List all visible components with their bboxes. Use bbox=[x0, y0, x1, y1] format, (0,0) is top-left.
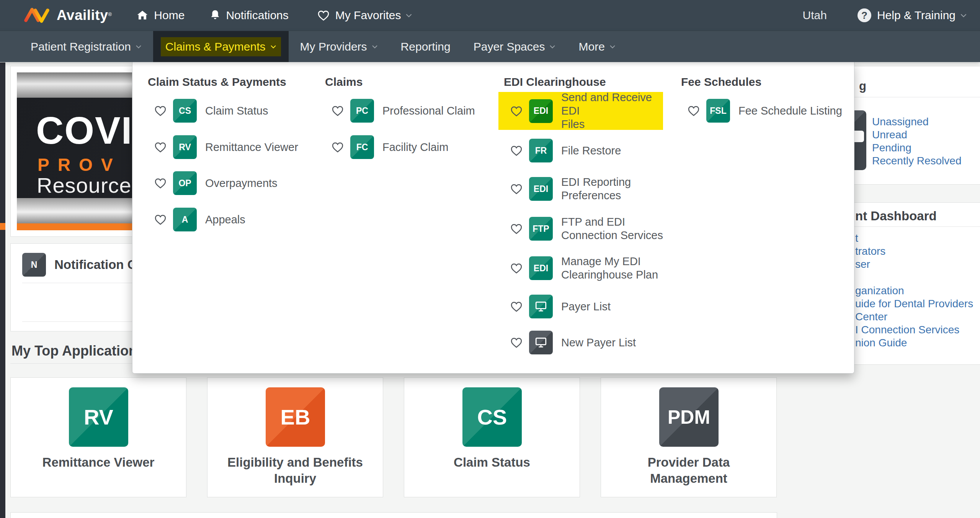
menu-item-label: Fee Schedule Listing bbox=[738, 104, 842, 118]
dashboard-link[interactable]: Center bbox=[855, 310, 973, 323]
favorite-heart-icon[interactable] bbox=[510, 337, 523, 348]
dashboard-link[interactable]: trators bbox=[855, 245, 885, 258]
tab-label: Reporting bbox=[401, 40, 451, 53]
menu-item-label: Manage My EDI Clearinghouse Plan bbox=[561, 255, 658, 282]
app-card-label: Remittance Viewer bbox=[18, 454, 178, 470]
menu-item-new-payer-list[interactable]: New Payer List bbox=[504, 331, 636, 354]
tab-claims-and-payments[interactable]: Claims & Payments bbox=[153, 31, 289, 62]
menu-item-overpayments[interactable]: OP Overpayments bbox=[148, 171, 278, 195]
favorite-heart-icon[interactable] bbox=[154, 214, 167, 225]
my-top-applications-title: My Top Applications bbox=[11, 343, 145, 359]
main-navigation-bar: Patient Registration Claims & Payments M… bbox=[0, 31, 980, 62]
favorite-heart-icon[interactable] bbox=[510, 105, 523, 117]
top-navigation-bar: Availity® Home Notifications My Favorite… bbox=[0, 0, 980, 31]
eligibility-benefits-tile: EB bbox=[266, 387, 325, 447]
tab-patient-registration[interactable]: Patient Registration bbox=[19, 31, 153, 62]
menu-item-remittance-viewer[interactable]: RV Remittance Viewer bbox=[148, 135, 298, 159]
availity-portal: COVI PROV Resource N Notification Cent M… bbox=[0, 0, 980, 518]
menu-item-payer-list[interactable]: Payer List bbox=[504, 295, 611, 318]
app-tile: PC bbox=[350, 99, 374, 123]
favorite-heart-icon[interactable] bbox=[154, 105, 167, 116]
registered-mark: ® bbox=[108, 11, 112, 17]
app-tile: OP bbox=[173, 171, 197, 195]
dashboard-link[interactable]: t bbox=[855, 232, 885, 245]
availity-logo-mark bbox=[22, 5, 51, 26]
banner-title: COVI bbox=[36, 108, 132, 152]
app-card-remittance-viewer[interactable]: RV Remittance Viewer bbox=[10, 377, 186, 497]
chevron-down-icon bbox=[549, 45, 555, 49]
menu-item-manage-my-edi-clearinghouse-plan[interactable]: EDI Manage My EDI Clearinghouse Plan bbox=[504, 256, 658, 280]
link-recently-resolved[interactable]: Recently Resolved bbox=[872, 154, 961, 167]
tab-reporting[interactable]: Reporting bbox=[389, 31, 462, 62]
help-and-training[interactable]: ? Help & Training bbox=[858, 8, 967, 22]
menu-item-professional-claim[interactable]: PC Professional Claim bbox=[325, 99, 475, 123]
app-card-label: Eligibility and Benefits Inquiry bbox=[215, 454, 375, 487]
notification-tile-abbr: N bbox=[31, 260, 38, 270]
menu-item-label: New Payer List bbox=[561, 336, 636, 349]
heart-icon bbox=[317, 10, 330, 21]
menu-item-facility-claim[interactable]: FC Facility Claim bbox=[325, 135, 448, 159]
menu-item-send-receive-edi-files[interactable]: EDI Send and Receive EDI Files bbox=[498, 92, 663, 130]
menu-item-ftp-edi-connection-services[interactable]: FTP FTP and EDI Connection Services bbox=[504, 217, 663, 241]
menu-item-label: Send and Receive EDI Files bbox=[561, 91, 663, 131]
menu-column-fee-schedules: Fee Schedules FSL Fee Schedule Listing bbox=[681, 75, 857, 89]
menu-item-fee-schedule-listing[interactable]: FSL Fee Schedule Listing bbox=[681, 99, 842, 123]
menu-item-label: Overpayments bbox=[205, 177, 278, 190]
favorite-heart-icon[interactable] bbox=[154, 177, 167, 189]
menu-item-appeals[interactable]: A Appeals bbox=[148, 208, 245, 231]
link-pending[interactable]: Pending bbox=[872, 141, 961, 154]
menu-column-heading: Claims bbox=[325, 75, 501, 89]
app-tile: FR bbox=[529, 139, 553, 162]
tab-more[interactable]: More bbox=[567, 31, 627, 62]
menu-item-label: Appeals bbox=[205, 213, 245, 226]
dashboard-link[interactable]: uide for Dental Providers bbox=[855, 297, 973, 310]
app-tile: CS bbox=[173, 99, 197, 123]
menu-item-file-restore[interactable]: FR File Restore bbox=[504, 139, 621, 162]
chevron-down-icon bbox=[270, 45, 276, 49]
tab-label: More bbox=[578, 40, 604, 53]
favorite-heart-icon[interactable] bbox=[154, 141, 167, 153]
app-tile: EDI bbox=[529, 256, 553, 280]
menu-item-claim-status[interactable]: CS Claim Status bbox=[148, 99, 268, 123]
remittance-viewer-tile: RV bbox=[69, 387, 128, 447]
tab-my-providers[interactable]: My Providers bbox=[289, 31, 389, 62]
dashboard-link[interactable]: nion Guide bbox=[855, 336, 973, 349]
app-card-eligibility-benefits[interactable]: EB Eligibility and Benefits Inquiry bbox=[207, 377, 383, 497]
favorite-heart-icon[interactable] bbox=[331, 105, 344, 116]
app-card-provider-data-management[interactable]: PDM Provider Data Management bbox=[601, 377, 777, 497]
carousel-previous-slide-peek bbox=[0, 62, 5, 518]
chevron-down-icon bbox=[136, 45, 142, 49]
monitor-icon bbox=[529, 295, 553, 318]
favorite-heart-icon[interactable] bbox=[510, 262, 523, 274]
app-card-claim-status[interactable]: CS Claim Status bbox=[404, 377, 580, 497]
dashboard-link[interactable]: ser bbox=[855, 258, 885, 271]
menu-item-edi-reporting-preferences[interactable]: EDI EDI Reporting Preferences bbox=[504, 177, 631, 201]
region-selector[interactable]: Utah bbox=[803, 9, 827, 22]
tab-label: My Providers bbox=[300, 40, 367, 53]
claim-status-tile: CS bbox=[462, 387, 522, 447]
topnav-home[interactable]: Home bbox=[136, 9, 185, 22]
topnav-my-favorites[interactable]: My Favorites bbox=[317, 9, 413, 22]
availity-logo[interactable]: Availity® bbox=[22, 5, 112, 26]
dashboard-link[interactable]: I Connection Services bbox=[855, 323, 973, 336]
favorite-heart-icon[interactable] bbox=[687, 105, 700, 116]
tab-label: Claims & Payments bbox=[165, 40, 266, 53]
topnav-notifications[interactable]: Notifications bbox=[210, 9, 288, 22]
link-unassigned[interactable]: Unassigned bbox=[872, 115, 961, 128]
favorite-heart-icon[interactable] bbox=[510, 183, 523, 195]
topnav-home-label: Home bbox=[154, 9, 185, 22]
menu-item-label: Professional Claim bbox=[382, 104, 475, 118]
tab-payer-spaces[interactable]: Payer Spaces bbox=[462, 31, 567, 62]
chevron-down-icon bbox=[372, 45, 378, 49]
banner-resource-text: Resource bbox=[37, 173, 132, 198]
menu-column-heading: Claim Status & Payments bbox=[148, 75, 324, 89]
menu-column-claim-status-payments: Claim Status & Payments CS Claim Status … bbox=[148, 75, 324, 89]
favorite-heart-icon[interactable] bbox=[510, 145, 523, 156]
favorite-heart-icon[interactable] bbox=[331, 141, 344, 153]
favorite-heart-icon[interactable] bbox=[510, 301, 523, 312]
favorite-heart-icon[interactable] bbox=[510, 223, 523, 234]
menu-item-label: Claim Status bbox=[205, 104, 268, 118]
dashboard-link[interactable]: ganization bbox=[855, 284, 973, 297]
app-card-label: Claim Status bbox=[412, 454, 572, 470]
link-unread[interactable]: Unread bbox=[872, 128, 961, 141]
